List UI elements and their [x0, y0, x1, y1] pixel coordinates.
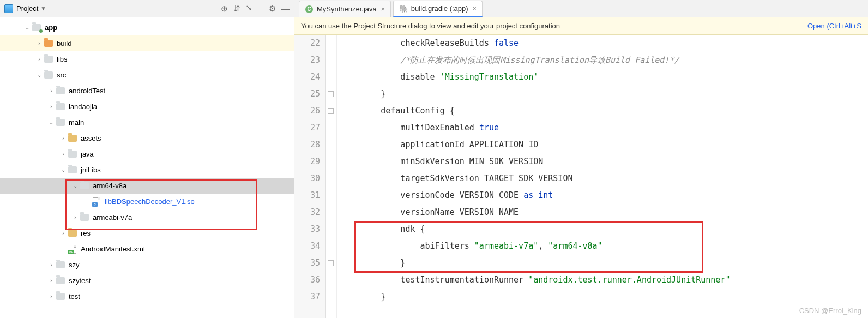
sidebar-header: Project ▼ ⊕ ⇵ ⇲ ⚙ — — [0, 0, 294, 17]
tree-arrow-icon[interactable]: › — [47, 262, 56, 268]
tree-arrow-icon[interactable]: › — [59, 151, 68, 157]
close-icon[interactable]: × — [473, 5, 477, 13]
tree-arrow-icon[interactable]: › — [35, 56, 44, 62]
tree-item-armeabi-v7a[interactable]: ›armeabi-v7a — [0, 209, 294, 225]
tree-arrow-icon[interactable]: ⌄ — [71, 183, 80, 189]
tree-item-app[interactable]: ⌄app — [0, 20, 294, 35]
tree-arrow-icon[interactable]: › — [59, 230, 68, 236]
tree-arrow-icon[interactable]: ⌄ — [23, 25, 32, 31]
code-line[interactable]: versionName VERSION_NAME — [341, 204, 868, 221]
code-line[interactable]: targetSdkVersion TARGET_SDK_VERSION — [341, 170, 868, 187]
fold-marker[interactable]: - — [328, 260, 334, 266]
tree-arrow-icon[interactable]: › — [59, 135, 68, 141]
tree-item-src[interactable]: ⌄src — [0, 67, 294, 83]
tree-arrow-icon[interactable]: › — [47, 104, 56, 110]
project-window-icon — [4, 4, 13, 13]
tree-arrow-icon[interactable]: ⌄ — [47, 119, 56, 125]
tree-arrow-icon[interactable]: ⌄ — [59, 167, 68, 173]
tree-item-assets[interactable]: ›assets — [0, 130, 294, 146]
tree-label: arm64-v8a — [93, 182, 126, 190]
tab-build-gradle-app-[interactable]: 🐘build.gradle (:app)× — [393, 1, 483, 17]
tree-arrow-icon[interactable]: › — [35, 40, 44, 46]
tree-label: res — [81, 229, 91, 237]
code-line[interactable]: applicationId APPLICATION_ID — [341, 136, 868, 153]
folder-icon — [68, 149, 77, 159]
code-line[interactable]: } — [341, 86, 868, 103]
tree-item-res[interactable]: ›res — [0, 225, 294, 241]
tree-label: java — [81, 150, 94, 158]
tab-mysyntherizer-java[interactable]: CMySyntherizer.java× — [299, 1, 391, 17]
tree-arrow-icon[interactable]: › — [71, 214, 80, 220]
folder-icon — [56, 86, 65, 96]
code-line[interactable]: /*防止在发布的时候出现因MissingTranslation导致Build F… — [341, 52, 868, 69]
code-editor[interactable]: 22232425262728293031323334353637 --- che… — [294, 35, 868, 318]
line-gutter: 22232425262728293031323334353637 — [294, 35, 326, 318]
collapse-vert-icon[interactable]: ⇵ — [233, 4, 240, 14]
project-sidebar: Project ▼ ⊕ ⇵ ⇲ ⚙ — ⌄app›build›libs⌄src›… — [0, 0, 294, 318]
folder-icon — [68, 229, 77, 238]
tree-label: androidTest — [69, 87, 105, 95]
tree-item-build[interactable]: ›build — [0, 35, 294, 51]
editor-pane: CMySyntherizer.java×🐘build.gradle (:app)… — [294, 0, 868, 318]
sidebar-tools: ⊕ ⇵ ⇲ ⚙ — — [221, 4, 290, 14]
tree-item-libbdspeechdecoder_v1-so[interactable]: ?libBDSpeechDecoder_V1.so — [0, 194, 294, 209]
tree-item-szytest[interactable]: ›szytest — [0, 273, 294, 289]
tree-item-androidmanifest-xml[interactable]: MFAndroidManifest.xml — [0, 241, 294, 257]
gear-icon[interactable]: ⚙ — [269, 4, 276, 14]
code-line[interactable]: multiDexEnabled true — [341, 119, 868, 136]
folder-icon — [56, 102, 65, 112]
folder-icon — [56, 292, 65, 302]
tree-label: szy — [69, 261, 80, 269]
code-line[interactable]: } — [341, 255, 868, 272]
minimize-icon[interactable]: — — [281, 4, 290, 13]
tree-item-landaojia[interactable]: ›landaojia — [0, 99, 294, 115]
editor-tabs: CMySyntherizer.java×🐘build.gradle (:app)… — [294, 0, 868, 17]
tree-item-java[interactable]: ›java — [0, 146, 294, 162]
fold-marker[interactable]: - — [328, 91, 334, 97]
project-title[interactable]: Project — [16, 4, 38, 13]
tree-label: src — [57, 71, 66, 79]
tree-item-test[interactable]: ›test — [0, 289, 294, 304]
tree-item-szy[interactable]: ›szy — [0, 257, 294, 273]
tree-label: armeabi-v7a — [93, 213, 132, 221]
close-icon[interactable]: × — [381, 5, 385, 13]
expand-icon[interactable]: ⇲ — [246, 4, 253, 14]
tree-label: szytest — [69, 277, 91, 285]
tree-item-arm64-v8a[interactable]: ⌄arm64-v8a — [0, 178, 294, 194]
folder-icon — [80, 213, 89, 223]
target-icon[interactable]: ⊕ — [221, 4, 228, 14]
folder-icon — [80, 181, 89, 191]
tree-item-libs[interactable]: ›libs — [0, 51, 294, 67]
tree-item-jnilibs[interactable]: ⌄jniLibs — [0, 162, 294, 178]
tree-arrow-icon[interactable]: › — [47, 278, 56, 284]
code-line[interactable]: checkReleaseBuilds false — [341, 35, 868, 52]
notification-banner: You can use the Project Structure dialog… — [294, 17, 868, 35]
banner-link[interactable]: Open (Ctrl+Alt+S — [807, 22, 861, 30]
tree-item-androidtest[interactable]: ›androidTest — [0, 83, 294, 99]
code-line[interactable]: } — [341, 289, 868, 305]
fold-marker[interactable]: - — [328, 108, 334, 114]
tree-label: libs — [57, 55, 68, 63]
tree-arrow-icon[interactable]: › — [47, 293, 56, 299]
tab-label: build.gradle (:app) — [411, 4, 468, 13]
tree-arrow-icon[interactable]: ⌄ — [35, 72, 44, 78]
code-line[interactable]: defaultConfig { — [341, 103, 868, 119]
code-line[interactable]: minSdkVersion MIN_SDK_VERSION — [341, 153, 868, 170]
code-line[interactable]: versionCode VERSION_CODE as int — [341, 187, 868, 204]
project-tree[interactable]: ⌄app›build›libs⌄src›androidTest›landaoji… — [0, 17, 294, 318]
tree-label: AndroidManifest.xml — [81, 245, 145, 253]
code-content[interactable]: checkReleaseBuilds false /*防止在发布的时候出现因Mi… — [337, 35, 868, 318]
tree-item-main[interactable]: ⌄main — [0, 115, 294, 130]
folder-icon — [68, 165, 77, 175]
code-line[interactable]: disable 'MissingTranslation' — [341, 69, 868, 86]
project-dropdown-icon[interactable]: ▼ — [40, 5, 46, 11]
fold-column[interactable]: --- — [326, 35, 337, 318]
code-line[interactable]: ndk { — [341, 221, 868, 238]
tree-arrow-icon[interactable]: › — [47, 88, 56, 94]
tree-label: libBDSpeechDecoder_V1.so — [105, 197, 195, 206]
code-line[interactable]: testInstrumentationRunner "androidx.test… — [341, 272, 868, 289]
code-line[interactable]: abiFilters "armeabi-v7a", "arm64-v8a" — [341, 238, 868, 255]
folder-icon — [56, 118, 65, 128]
folder-icon — [44, 55, 53, 64]
banner-message: You can use the Project Structure dialog… — [301, 22, 807, 30]
